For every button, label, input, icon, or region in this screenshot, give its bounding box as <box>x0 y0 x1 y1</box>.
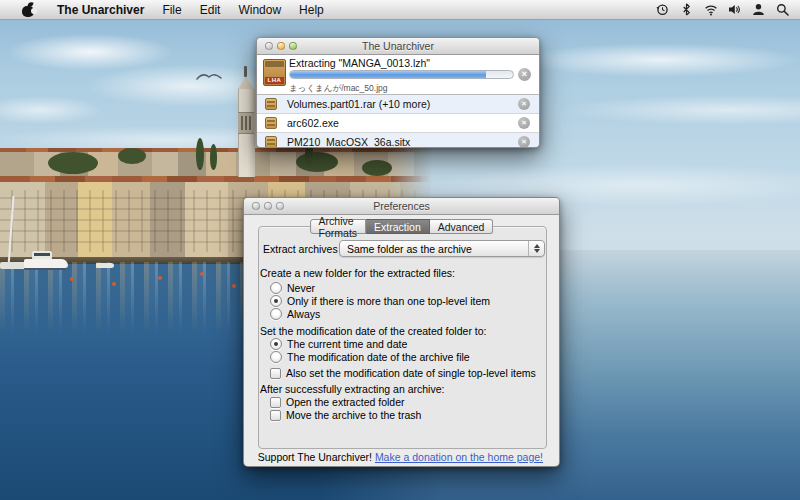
donation-link[interactable]: Make a donation on the home page! <box>375 451 543 463</box>
radio-button[interactable] <box>270 351 282 363</box>
buoy <box>112 282 116 286</box>
archive-file-icon <box>265 117 277 129</box>
menu-help[interactable]: Help <box>290 0 333 19</box>
preferences-titlebar[interactable]: Preferences <box>244 198 559 215</box>
remove-archive-button[interactable]: × <box>518 117 530 129</box>
archive-name: PM210_MacOSX_36a.sitx <box>287 136 410 148</box>
radio-row-always[interactable]: Always <box>270 308 320 320</box>
after-extract-label: After successfully extracting an archive… <box>260 383 444 395</box>
archive-name: Volumes.part01.rar (+10 more) <box>287 98 430 110</box>
zoom-button[interactable] <box>276 202 284 210</box>
checkbox-label: Also set the modification date of single… <box>286 367 536 379</box>
lha-archive-icon: LHA <box>263 59 286 86</box>
unarchiver-titlebar[interactable]: The Unarchiver <box>257 38 539 55</box>
archive-row: PM210_MacOSX_36a.sitx × <box>257 132 539 148</box>
window-title: The Unarchiver <box>362 40 434 52</box>
minimize-button[interactable] <box>277 42 285 50</box>
extraction-title: Extracting "MANGA_0013.lzh" <box>289 57 430 69</box>
tab-archive-formats[interactable]: Archive Formats <box>310 219 367 234</box>
menu-window[interactable]: Window <box>229 0 290 19</box>
radio-button[interactable] <box>270 308 282 320</box>
radio-row-current-time[interactable]: The current time and date <box>270 338 407 350</box>
time-machine-icon[interactable] <box>655 2 670 17</box>
footer-text: Support The Unarchiver! <box>258 451 372 463</box>
radio-row-only-if-multiple[interactable]: Only if there is more than one top-level… <box>270 295 490 307</box>
desktop: The Unarchiver File Edit Window Help <box>0 0 800 500</box>
apple-menu[interactable] <box>10 0 46 19</box>
radio-label: The current time and date <box>287 338 407 350</box>
radio-label: Never <box>287 282 315 294</box>
tree <box>48 152 98 174</box>
motorboat-hull <box>24 259 68 270</box>
cancel-extraction-button[interactable]: × <box>518 68 531 81</box>
tree <box>296 152 338 172</box>
extract-to-popup[interactable]: Same folder as the archive <box>339 240 545 257</box>
archive-row: Volumes.part01.rar (+10 more) × <box>257 95 539 113</box>
zoom-button[interactable] <box>289 42 297 50</box>
unarchiver-window: The Unarchiver LHA Extracting "MANGA_001… <box>256 37 540 148</box>
buoy <box>158 276 162 280</box>
cypress-tree <box>196 138 204 170</box>
bell-tower-spire <box>238 76 254 89</box>
checkbox[interactable] <box>270 397 281 408</box>
close-button[interactable] <box>252 202 260 210</box>
extraction-current-file: まっくまんが/mac_50.jpg <box>289 83 388 95</box>
radio-button[interactable] <box>270 282 282 294</box>
radio-label: The modification date of the archive fil… <box>287 351 470 363</box>
buoy <box>232 284 236 288</box>
radio-row-never[interactable]: Never <box>270 282 315 294</box>
cypress-tree <box>210 144 217 170</box>
dinghy <box>96 263 114 268</box>
checkbox[interactable] <box>270 368 281 379</box>
buoy <box>70 277 74 281</box>
progress-fill <box>290 71 486 78</box>
donation-footer: Support The Unarchiver! Make a donation … <box>258 451 543 463</box>
remove-archive-button[interactable]: × <box>518 136 530 148</box>
buoy <box>200 272 204 276</box>
radio-row-archive-mod-date[interactable]: The modification date of the archive fil… <box>270 351 470 363</box>
checkbox-row-move-to-trash[interactable]: Move the archive to the trash <box>270 409 421 421</box>
radio-label: Always <box>287 308 320 320</box>
popup-stepper-icon <box>528 241 544 256</box>
bell-tower-belfry <box>238 112 254 134</box>
checkbox-row-single-top-level[interactable]: Also set the modification date of single… <box>270 367 536 379</box>
archive-row: arc602.exe × <box>257 113 539 132</box>
tab-bar: Archive Formats Extraction Advanced <box>310 219 494 234</box>
window-title: Preferences <box>373 200 430 212</box>
menu-file[interactable]: File <box>153 0 190 19</box>
archive-file-icon <box>265 136 277 148</box>
menu-app-name[interactable]: The Unarchiver <box>48 0 153 19</box>
tree <box>118 148 146 164</box>
remove-archive-button[interactable]: × <box>518 98 530 110</box>
progress-bar <box>289 70 514 79</box>
menu-bar: The Unarchiver File Edit Window Help <box>0 0 800 20</box>
close-button[interactable] <box>265 42 273 50</box>
archive-name: arc602.exe <box>287 117 339 129</box>
archive-file-icon <box>265 98 277 110</box>
bell-tower-statue <box>244 66 247 77</box>
radio-button[interactable] <box>270 295 282 307</box>
tree <box>362 160 392 176</box>
bluetooth-icon[interactable] <box>679 2 694 17</box>
archive-queue: Volumes.part01.rar (+10 more) × arc602.e… <box>257 94 539 148</box>
popup-selected-value: Same folder as the archive <box>340 243 528 255</box>
lha-archive-icon-label: LHA <box>265 77 284 84</box>
checkbox[interactable] <box>270 410 281 421</box>
current-extraction: LHA Extracting "MANGA_0013.lzh" × まっくまんが… <box>257 55 539 94</box>
user-icon[interactable] <box>751 2 766 17</box>
wifi-icon[interactable] <box>703 2 718 17</box>
checkbox-label: Open the extracted folder <box>286 396 405 408</box>
apple-icon <box>22 2 34 17</box>
tab-extraction[interactable]: Extraction <box>366 219 430 234</box>
radio-label: Only if there is more than one top-level… <box>287 295 490 307</box>
radio-button[interactable] <box>270 338 282 350</box>
create-folder-label: Create a new folder for the extracted fi… <box>260 267 455 279</box>
checkbox-row-open-folder[interactable]: Open the extracted folder <box>270 396 405 408</box>
search-icon[interactable] <box>775 2 790 17</box>
volume-icon[interactable] <box>727 2 742 17</box>
mod-date-label: Set the modification date of the created… <box>260 325 486 337</box>
preferences-window: Preferences Archive Formats Extraction A… <box>243 197 560 467</box>
tab-advanced[interactable]: Advanced <box>430 219 494 234</box>
menu-edit[interactable]: Edit <box>191 0 230 19</box>
minimize-button[interactable] <box>264 202 272 210</box>
